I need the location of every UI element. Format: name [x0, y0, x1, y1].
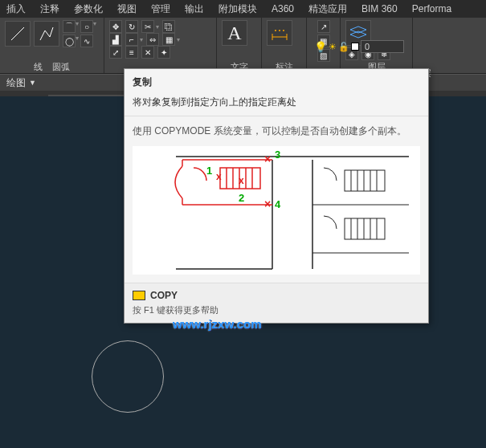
canvas-circle-shape [92, 340, 164, 413]
leader-icon[interactable]: ↗ [317, 20, 330, 33]
menu-a360[interactable]: A360 [272, 3, 294, 14]
watermark: www.rjzxw.com [173, 317, 262, 331]
panel-draw: ⌒▾ ○▾ ◯▾ ∿ 线 圆弧 [0, 18, 104, 73]
offset-icon[interactable]: ≡ [125, 46, 138, 59]
tooltip-subtitle: 将对象复制到指定方向上的指定距离处 [125, 92, 428, 116]
circle-icon[interactable]: ○ [80, 20, 93, 33]
tooltip-body: 使用 COPYMODE 系统变量，可以控制是否自动创建多个副本。 [125, 116, 428, 146]
erase-icon[interactable]: ✕ [141, 46, 154, 59]
mirror-icon[interactable]: ▟ [109, 33, 122, 46]
arc-icon[interactable]: ⌒ [63, 20, 76, 33]
menu-insert[interactable]: 插入 [6, 2, 26, 16]
panel-text: A 文字 [217, 18, 262, 73]
line-tool-icon[interactable] [5, 21, 31, 47]
svg-point-6 [283, 30, 284, 31]
spline-icon[interactable]: ∿ [80, 35, 93, 47]
menu-annotate[interactable]: 注释 [40, 2, 59, 16]
tooltip-f1-hint: 按 F1 键获得更多帮助 [133, 304, 420, 316]
stretch-icon[interactable]: ⇔ [146, 33, 159, 46]
menu-output[interactable]: 输出 [185, 2, 204, 16]
svg-text:x: x [239, 175, 244, 186]
menu-bar: 插入 注释 参数化 视图 管理 输出 附加模块 A360 精选应用 BIM 36… [0, 0, 486, 18]
svg-text:4: 4 [275, 198, 281, 210]
menu-featured[interactable]: 精选应用 [308, 2, 347, 16]
layer-color-swatch[interactable] [351, 43, 359, 51]
layer-name-input[interactable] [361, 40, 404, 53]
panel-draw-arc-label: 圆弧 [52, 62, 70, 71]
tooltip-illustration: 1 x 2 x 3 × 4 × [133, 146, 420, 275]
panel-modify: ✥ ↻ ✂▾ ⿻ ▟ ⌐▾ ⇔ ▦▾ ⤢ ≡ ✕ ✦ [104, 18, 217, 73]
dimension-tool-icon[interactable] [267, 20, 292, 46]
svg-line-0 [11, 27, 24, 40]
panel-draw-line-label: 线 [34, 62, 43, 71]
subbar-draw-label[interactable]: 绘图 [6, 76, 26, 90]
copy-icon[interactable]: ⿻ [162, 20, 175, 33]
move-icon[interactable]: ✥ [109, 20, 122, 33]
lightbulb-icon[interactable]: 💡 [314, 41, 327, 53]
ribbon: ⌒▾ ○▾ ◯▾ ∿ 线 圆弧 ✥ ↻ ✂▾ ⿻ ▟ ⌐▾ ⇔ ▦▾ ⤢ [0, 18, 486, 74]
copy-command-icon [133, 291, 145, 300]
rotate-icon[interactable]: ↻ [125, 20, 138, 33]
menu-addins[interactable]: 附加模块 [218, 2, 257, 16]
ellipse-icon[interactable]: ◯ [63, 35, 76, 47]
menu-bim360[interactable]: BIM 360 [361, 3, 398, 14]
array-icon[interactable]: ▦ [162, 33, 175, 46]
svg-text:2: 2 [239, 192, 244, 204]
explode-icon[interactable]: ✦ [157, 46, 170, 59]
text-tool-icon[interactable]: A [222, 20, 247, 46]
tooltip-command: COPY [133, 290, 420, 301]
sun-icon[interactable]: ☀ [329, 42, 337, 52]
tooltip-footer: COPY 按 F1 键获得更多帮助 [125, 283, 428, 323]
fillet-icon[interactable]: ⌐ [125, 33, 138, 46]
svg-text:×: × [264, 198, 271, 210]
svg-text:1: 1 [206, 165, 212, 177]
svg-text:x: x [216, 171, 222, 182]
subbar-dropdown-icon[interactable]: ▼ [29, 79, 36, 87]
trim-icon[interactable]: ✂ [141, 20, 154, 33]
svg-point-4 [275, 30, 276, 31]
scale-icon[interactable]: ⤢ [109, 46, 122, 59]
menu-parametric[interactable]: 参数化 [74, 2, 103, 16]
polyline-tool-icon[interactable] [34, 21, 59, 47]
svg-text:3: 3 [275, 149, 280, 161]
menu-manage[interactable]: 管理 [151, 2, 170, 16]
menu-performance[interactable]: Performa [412, 3, 451, 14]
tooltip-title: 复制 [125, 69, 428, 92]
lock-icon[interactable]: 🔓 [338, 42, 349, 52]
panel-annotate: 标注 [262, 18, 307, 73]
menu-view[interactable]: 视图 [117, 2, 137, 16]
svg-point-5 [279, 30, 280, 31]
svg-text:×: × [264, 153, 271, 165]
command-tooltip: 复制 将对象复制到指定方向上的指定距离处 使用 COPYMODE 系统变量，可以… [124, 68, 429, 324]
panel-layers: 💡 ☀ 🔓 ◈ ◉ ❄ 图层 [341, 18, 413, 73]
